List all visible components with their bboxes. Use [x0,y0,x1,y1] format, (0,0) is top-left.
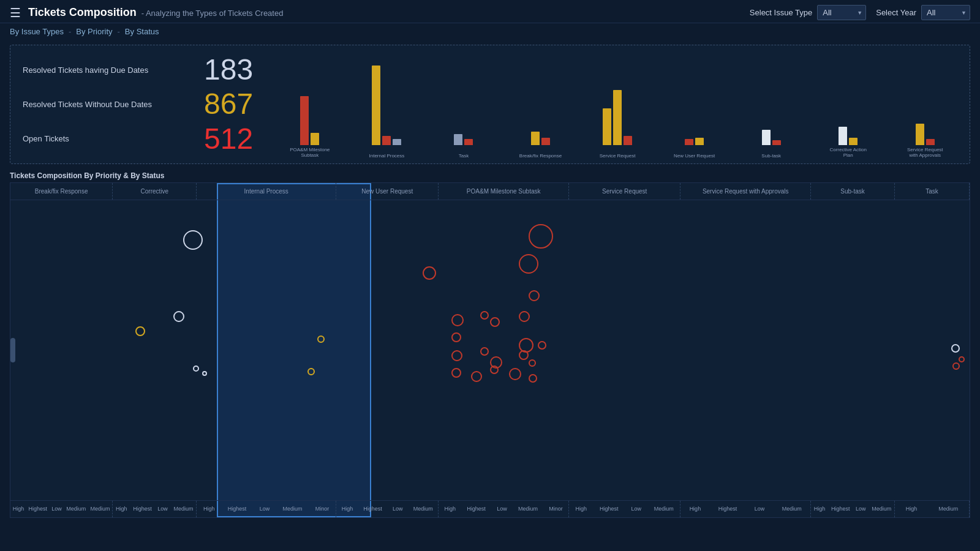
col-header-subtask: Sub-task [811,183,895,200]
stat-open-value: 512 [204,124,253,154]
axis-label: Low [755,506,765,512]
bubble-6 [173,311,184,322]
bubble-7 [135,326,145,336]
tab-issue-types[interactable]: By Issue Types [10,26,64,37]
bar-internal-red [382,136,391,145]
bubble-8 [451,314,464,326]
bar-group-breakfix: Break/fix Response [502,51,579,145]
header: ☰ Tickets Composition - Analyzing the Ty… [0,0,980,23]
bubble-chart: Break/fix Response Corrective Internal P… [10,182,970,518]
bar-poam-gold [311,133,319,145]
bubble-chart-body [10,200,970,500]
axis-label: Low [856,506,866,512]
bar-label-service: Service Request [593,153,642,159]
summary-section: Resolved Tickets having Due Dates 183 Re… [10,45,970,164]
menu-icon[interactable]: ☰ [10,6,21,20]
bar-group-service-approvals: Service Requestwith Approvals [886,51,963,145]
axis-label: Low [157,506,168,512]
axis-label: Low [51,506,62,512]
bar-chart: POA&M MilestoneSubtask Internal Process … [265,45,970,163]
bar-task-red [464,139,473,145]
year-select-wrapper[interactable]: All [921,5,970,20]
nav-sep-1: - [69,27,71,36]
bar-label-newuser: New User Request [670,153,719,159]
bubble-5 [529,290,540,301]
col-header-internal: Internal Process [197,183,336,200]
axis-label: Medium [518,506,538,512]
bar-subtask-white [762,130,771,145]
axis-label: Low [393,506,403,512]
issue-type-select-wrapper[interactable]: All [817,5,866,20]
axis-label: Low [631,506,641,512]
bar-group-newuser: New User Request [656,51,733,145]
stat-resolved-nodue-label: Resolved Tickets Without Due Dates [23,100,194,109]
bar-group-poam: POA&M MilestoneSubtask [271,51,349,145]
axis-label: High [203,506,215,512]
axis-label: Highest [467,506,486,512]
col-header-task: Task [895,183,970,200]
axis-subtask: High Highest Low Medium [811,501,895,517]
tab-status[interactable]: By Status [125,26,159,37]
bubble-26 [959,356,965,362]
axis-label: High [690,506,701,512]
stat-resolved-nodue-value: 867 [204,89,253,119]
year-select[interactable]: All [921,5,970,20]
axis-bottom: High Highest Low Medium Medium High High… [10,500,970,517]
col-header-corrective: Corrective [113,183,197,200]
col-header-breakfix: Break/fix Response [10,183,113,200]
axis-label: Highest [363,506,382,512]
bubble-16 [480,347,489,356]
bar-label-corrective: Corrective ActionPlan [824,147,873,159]
bubble-19 [529,359,536,367]
issue-type-select[interactable]: All [817,5,866,20]
axis-label: High [814,506,826,512]
stat-resolved-due-label: Resolved Tickets having Due Dates [23,66,194,75]
stat-open: Open Tickets 512 [23,124,253,154]
bubble-14 [538,341,546,350]
bar-label-subtask: Sub-task [747,153,796,159]
bubble-28 [193,365,199,372]
col-header-service: Service Request [569,183,680,200]
bubble-chart-header: Break/fix Response Corrective Internal P… [10,183,970,200]
axis-label: Highest [29,506,48,512]
axis-task: High Medium [895,501,970,517]
bubble-25 [951,344,960,353]
bar-corrective-gold [849,138,858,145]
bar-service-gold2 [613,90,622,145]
stat-resolved-due: Resolved Tickets having Due Dates 183 [23,55,253,84]
axis-internal: High Highest Low Medium Minor [197,501,336,517]
axis-label: Medium [91,506,110,512]
bottom-section: Tickets Composition By Priority & By Sta… [10,169,970,518]
issue-type-label: Select Issue Type [750,8,812,17]
axis-label: Highest [133,506,152,512]
bubble-27 [952,362,960,370]
bar-group-corrective: Corrective ActionPlan [810,51,887,145]
axis-label: Medium [66,506,86,512]
axis-poam: High Highest Low Medium Minor [439,501,569,517]
axis-label: Medium [173,506,193,512]
bubble-3 [519,254,538,274]
axis-label: Minor [549,506,563,512]
tab-priority[interactable]: By Priority [76,26,112,37]
axis-label: High [445,506,456,512]
axis-corrective: High Highest Low Medium [113,501,197,517]
header-right: Select Issue Type All Select Year All [750,5,970,20]
header-title: Tickets Composition - Analyzing the Type… [28,6,283,19]
bubble-24 [529,374,537,383]
bubble-9 [480,311,489,320]
axis-label: Medium [782,506,802,512]
axis-label: High [342,506,353,512]
page-subtitle: - Analyzing the Types of Tickets Created [141,9,284,18]
bubble-30 [307,368,315,375]
year-label: Select Year [876,8,916,17]
bubble-1 [183,230,203,250]
col-header-poam: POA&M Milestone Subtask [439,183,569,200]
axis-label: High [906,506,918,512]
bubble-23 [509,368,521,380]
bar-label-breakfix: Break/fix Response [516,153,565,159]
bar-internal-gray [393,139,401,145]
bubble-22 [490,365,499,374]
axis-label: Highest [831,506,850,512]
bar-subtask-red [772,140,781,145]
bubble-2 [529,224,553,249]
